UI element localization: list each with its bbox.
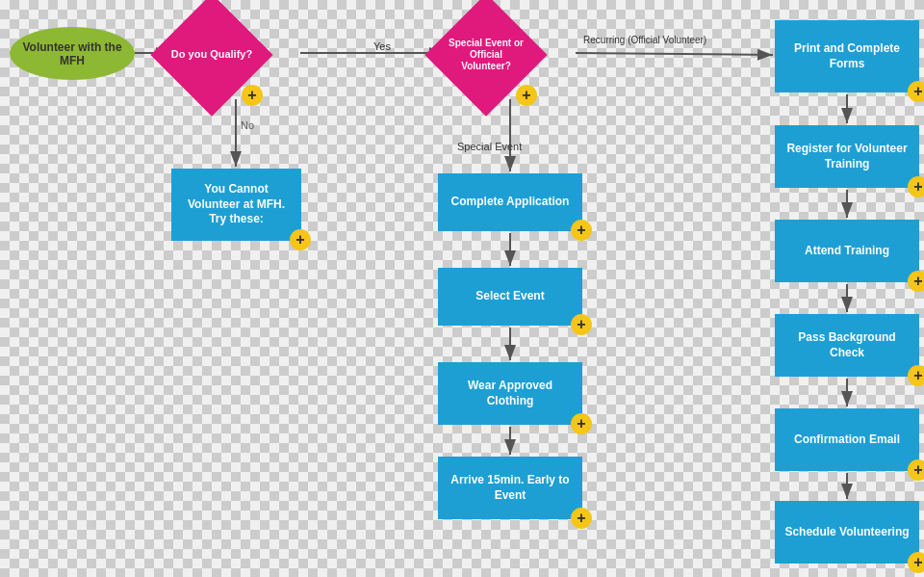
qualify-diamond-wrapper[interactable]: Do you Qualify? +	[168, 12, 255, 98]
event-type-plus-btn[interactable]: +	[516, 85, 537, 106]
arrive-early-box[interactable]: Arrive 15min. Early to Event +	[438, 457, 582, 519]
special-event-label: Special Event	[457, 141, 522, 152]
register-training-box[interactable]: Register for Volunteer Training +	[775, 125, 919, 188]
select-event-box[interactable]: Select Event +	[438, 268, 582, 326]
attend-training-plus-btn[interactable]: +	[908, 271, 924, 292]
qualify-label: Do you Qualify?	[171, 48, 253, 61]
cannot-volunteer-plus-btn[interactable]: +	[290, 229, 311, 250]
confirmation-email-box[interactable]: Confirmation Email +	[775, 408, 919, 471]
complete-application-box[interactable]: Complete Application +	[438, 173, 582, 231]
select-event-plus-btn[interactable]: +	[571, 314, 592, 335]
event-type-label: Special Event or Official Volunteer?	[448, 38, 525, 72]
yes-label: Yes	[373, 40, 391, 52]
flowchart-container: Yes Recurring (Official Volunteer) No Sp…	[0, 0, 924, 577]
event-type-diamond-wrapper[interactable]: Special Event or Official Volunteer? +	[443, 12, 529, 98]
print-forms-plus-btn[interactable]: +	[908, 81, 924, 102]
confirmation-email-plus-btn[interactable]: +	[908, 459, 924, 481]
complete-application-plus-btn[interactable]: +	[571, 220, 592, 241]
qualify-plus-btn[interactable]: +	[242, 85, 263, 106]
arrive-early-plus-btn[interactable]: +	[571, 508, 592, 529]
register-training-plus-btn[interactable]: +	[908, 176, 924, 197]
svg-line-3	[576, 53, 773, 55]
cannot-volunteer-box[interactable]: You Cannot Volunteer at MFH. Try these: …	[171, 169, 301, 241]
background-check-box[interactable]: Pass Background Check +	[775, 314, 919, 377]
print-forms-box[interactable]: Print and Complete Forms +	[775, 20, 919, 92]
start-oval: Volunteer with the MFH	[10, 27, 135, 80]
attend-training-box[interactable]: Attend Training +	[775, 220, 919, 282]
no-label: No	[241, 119, 254, 131]
wear-clothing-box[interactable]: Wear Approved Clothing +	[438, 362, 582, 425]
background-check-plus-btn[interactable]: +	[908, 365, 924, 386]
wear-clothing-plus-btn[interactable]: +	[571, 413, 592, 434]
recurring-label: Recurring (Official Volunteer)	[583, 35, 706, 45]
schedule-volunteering-plus-btn[interactable]: +	[908, 552, 924, 573]
schedule-volunteering-box[interactable]: Schedule Volunteering +	[775, 501, 919, 564]
